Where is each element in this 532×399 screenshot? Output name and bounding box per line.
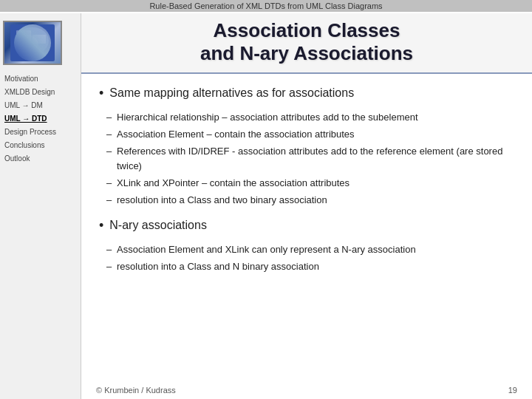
bullet-section-2: • N-ary associations Association Element… [99, 216, 514, 275]
svg-point-2 [15, 35, 38, 55]
nav-item-design-process[interactable]: Design Process [3, 126, 78, 139]
nav-item-motivation[interactable]: Motivation [3, 72, 78, 86]
sub-item-4: XLink and XPointer – contain the associa… [106, 175, 514, 192]
bullet1-dot: • [99, 83, 103, 104]
sub-item-1: Hierarchical relationship – association … [106, 109, 514, 126]
footer-copyright: © Krumbein / Kudrass [96, 386, 176, 395]
sub-item-3: References with ID/IDREF - association a… [106, 143, 514, 175]
slide-title: Association Classes and N-ary Associatio… [96, 19, 517, 65]
svg-point-1 [16, 27, 49, 54]
svg-rect-4 [33, 35, 46, 44]
svg-rect-3 [16, 30, 31, 41]
bullet2-sublist: Association Element and XLink can only r… [106, 241, 514, 275]
sub-item-2: Association Element – contain the associ… [106, 126, 514, 143]
nav-item-uml-dm[interactable]: UML → DM [3, 99, 78, 112]
sub-item-5: resolution into a Class and two binary a… [106, 192, 514, 209]
logo-graphic [10, 24, 55, 61]
title-line2: and N-ary Associations [200, 42, 413, 64]
bullet1-main: • Same mapping alternatives as for assoc… [99, 84, 514, 104]
bullet1-sublist: Hierarchical relationship – association … [106, 109, 514, 209]
sidebar-navigation: Motivation XMLDB Design UML → DM UML → D… [3, 72, 78, 166]
bullet2-text: N-ary associations [109, 216, 207, 235]
bullet2-main: • N-ary associations [99, 216, 514, 236]
nav-item-uml-dtd[interactable]: UML → DTD [3, 112, 78, 126]
title-line1: Association Classes [214, 19, 400, 41]
top-bar: Rule-Based Generation of XML DTDs from U… [0, 0, 532, 12]
sidebar: Motivation XMLDB Design UML → DM UML → D… [0, 13, 81, 399]
slide-footer: © Krumbein / Kudrass 19 [81, 386, 532, 395]
sub-item-6: Association Element and XLink can only r… [106, 241, 514, 258]
nav-item-outlook[interactable]: Outlook [3, 152, 78, 166]
sub-item-7: resolution into a Class and N binary ass… [106, 258, 514, 275]
slide-content: • Same mapping alternatives as for assoc… [81, 74, 532, 399]
bullet-section-1: • Same mapping alternatives as for assoc… [99, 84, 514, 209]
slide-header: Association Classes and N-ary Associatio… [81, 13, 532, 74]
bullet2-dot: • [99, 216, 103, 236]
sidebar-logo [3, 21, 62, 65]
footer-page-number: 19 [508, 386, 517, 395]
top-bar-label: Rule-Based Generation of XML DTDs from U… [149, 1, 382, 10]
nav-item-conclusions[interactable]: Conclusions [3, 139, 78, 152]
svg-rect-0 [10, 24, 55, 61]
nav-item-xmldb[interactable]: XMLDB Design [3, 86, 78, 99]
bullet1-text: Same mapping alternatives as for associa… [109, 84, 354, 103]
main-content: Association Classes and N-ary Associatio… [81, 13, 532, 399]
